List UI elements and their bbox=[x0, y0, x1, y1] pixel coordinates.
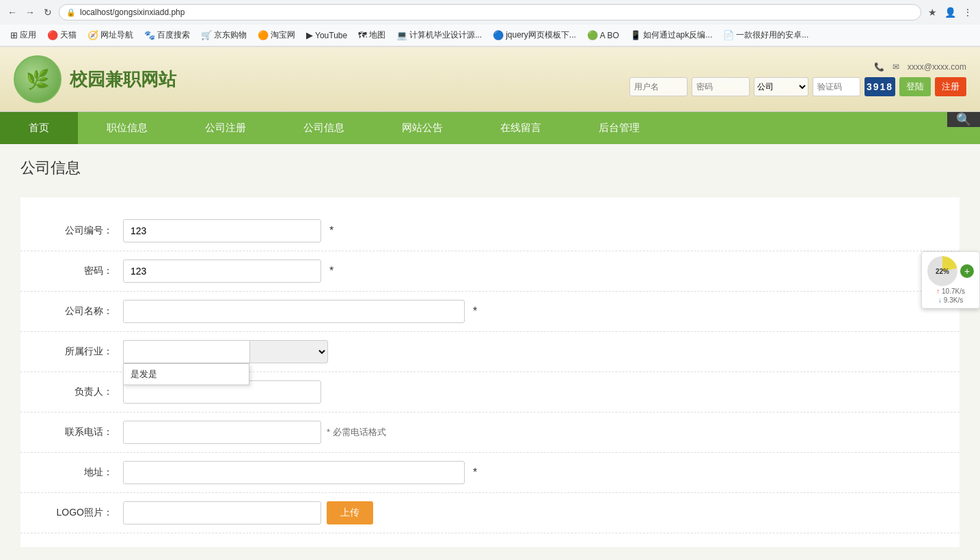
contact-info: 📞 ✉ xxxx@xxxx.com bbox=[874, 62, 966, 72]
company-name-row: 公司名称： * bbox=[21, 292, 959, 332]
bookmark-android[interactable]: 📄 一款很好用的安卓... bbox=[718, 27, 813, 43]
industry-select[interactable] bbox=[249, 340, 328, 363]
logo-label: LOGO照片： bbox=[41, 501, 123, 519]
bookmark-map[interactable]: 🗺 地图 bbox=[353, 27, 390, 43]
graduation-icon: 💻 bbox=[396, 30, 407, 40]
login-button[interactable]: 登陆 bbox=[899, 77, 931, 96]
speed-widget-inner: 22% + ↑ 10.7K/s ↓ 9.3K/s bbox=[921, 251, 980, 309]
upload-button[interactable]: 上传 bbox=[327, 501, 373, 524]
password-field[interactable] bbox=[123, 260, 321, 283]
nav-admin[interactable]: 后台管理 bbox=[570, 112, 668, 144]
company-id-wrap: * bbox=[123, 219, 939, 242]
speed-circle: 22% bbox=[927, 256, 957, 286]
nav-message[interactable]: 在线留言 bbox=[472, 112, 570, 144]
lock-icon: 🔒 bbox=[66, 8, 76, 17]
phone-wrap: * 必需电话格式 bbox=[123, 421, 939, 444]
bookmark-youtube[interactable]: ▶ YouTube bbox=[301, 28, 352, 42]
page-wrapper: 校园兼职网站 📞 ✉ xxxx@xxxx.com 公司 3918 登陆 注册 bbox=[0, 47, 980, 560]
password-row: 密码： * bbox=[21, 251, 959, 292]
phone-icon: 📞 bbox=[874, 62, 884, 72]
address-label: 地址： bbox=[41, 461, 123, 479]
autocomplete-item[interactable]: 是发是 bbox=[124, 364, 249, 384]
upload-arrow: ↑ bbox=[936, 288, 940, 295]
speed-percent: 22% bbox=[936, 268, 949, 275]
role-select[interactable]: 公司 bbox=[754, 77, 808, 96]
speed-plus-button[interactable]: + bbox=[960, 264, 974, 278]
nav-announcement[interactable]: 网站公告 bbox=[373, 112, 472, 144]
site-header: 校园兼职网站 📞 ✉ xxxx@xxxx.com 公司 3918 登陆 注册 bbox=[0, 47, 980, 112]
company-name-required: * bbox=[473, 305, 477, 318]
abo-icon: 🟢 bbox=[587, 30, 598, 40]
password-wrap: * bbox=[123, 260, 939, 283]
industry-text-input[interactable] bbox=[123, 340, 249, 363]
industry-wrap: 是发是 bbox=[123, 340, 939, 363]
android-icon: 📄 bbox=[723, 30, 734, 40]
bookmark-tianmao[interactable]: 🔴 天猫 bbox=[42, 27, 81, 43]
captcha-input[interactable] bbox=[813, 77, 860, 96]
address-required: * bbox=[473, 466, 477, 479]
company-name-input[interactable] bbox=[123, 300, 465, 323]
contact-label: 负责人： bbox=[41, 380, 123, 398]
upload-speed: 10.7K/s bbox=[942, 288, 965, 295]
header-right: 📞 ✉ xxxx@xxxx.com 公司 3918 登陆 注册 bbox=[629, 62, 966, 96]
speed-upload-row: ↑ 10.7K/s bbox=[936, 288, 965, 295]
nav-company-info[interactable]: 公司信息 bbox=[275, 112, 373, 144]
reload-button[interactable]: ↻ bbox=[41, 5, 55, 19]
content-area: 公司信息 公司编号： * 密码： * 公司名称： bbox=[0, 144, 980, 560]
nav-home[interactable]: 首页 bbox=[0, 112, 78, 144]
company-form: 公司编号： * 密码： * 公司名称： * bbox=[21, 197, 959, 547]
speed-download-row: ↓ 9.3K/s bbox=[938, 296, 963, 304]
bookmark-abo[interactable]: 🟢 A BO bbox=[582, 28, 624, 42]
bookmark-star[interactable]: ★ bbox=[925, 5, 939, 19]
address-text: localhost/gongsixinxiadd.php bbox=[80, 8, 185, 17]
logo-wrap: 上传 bbox=[123, 501, 939, 524]
jd-icon: 🛒 bbox=[201, 30, 212, 40]
bookmark-apps[interactable]: ⊞ 应用 bbox=[5, 27, 41, 43]
download-speed: 9.3K/s bbox=[944, 296, 963, 304]
address-bar[interactable]: 🔒 localhost/gongsixinxiadd.php bbox=[59, 4, 921, 20]
industry-autocomplete: 是发是 bbox=[123, 363, 249, 385]
bookmark-graduation[interactable]: 💻 计算机毕业设计源... bbox=[392, 27, 487, 43]
password-input[interactable] bbox=[692, 77, 750, 96]
nav-spacer bbox=[668, 112, 947, 144]
menu-button[interactable]: ⋮ bbox=[961, 5, 975, 19]
captcha-display: 3918 bbox=[865, 77, 895, 96]
bookmark-navigation[interactable]: 🧭 网址导航 bbox=[83, 27, 138, 43]
company-id-required: * bbox=[329, 225, 334, 237]
phone-input[interactable] bbox=[123, 421, 321, 444]
address-input[interactable] bbox=[123, 461, 465, 484]
contact-email: xxxx@xxxx.com bbox=[908, 62, 966, 72]
email-icon: ✉ bbox=[893, 62, 899, 72]
register-button[interactable]: 注册 bbox=[935, 77, 966, 96]
main-nav: 首页 职位信息 公司注册 公司信息 网站公告 在线留言 后台管理 🔍 bbox=[0, 112, 980, 144]
bookmarks-bar: ⊞ 应用 🔴 天猫 🧭 网址导航 🐾 百度搜索 🛒 京东购物 🟠 淘宝网 ▶ Y… bbox=[0, 25, 980, 46]
forward-button[interactable]: → bbox=[23, 5, 37, 19]
baidu-icon: 🐾 bbox=[144, 30, 155, 40]
phone-hint: * 必需电话格式 bbox=[327, 426, 386, 438]
bookmark-jquery[interactable]: 🔵 jquery网页模板下... bbox=[488, 27, 581, 43]
site-logo bbox=[14, 55, 62, 103]
industry-row: 所属行业： 是发是 bbox=[21, 332, 959, 372]
bookmark-apk[interactable]: 📱 如何通过apk反编... bbox=[625, 27, 717, 43]
login-area: 公司 3918 登陆 注册 bbox=[629, 77, 966, 96]
username-input[interactable] bbox=[629, 77, 688, 96]
logo-row: LOGO照片： 上传 bbox=[21, 493, 959, 533]
youtube-icon: ▶ bbox=[306, 30, 313, 40]
company-id-row: 公司编号： * bbox=[21, 211, 959, 251]
back-button[interactable]: ← bbox=[5, 5, 19, 19]
logo-input[interactable] bbox=[123, 501, 321, 524]
profile-button[interactable]: 👤 bbox=[943, 5, 957, 19]
apk-icon: 📱 bbox=[630, 30, 641, 40]
company-id-input[interactable] bbox=[123, 219, 321, 242]
bookmark-taobao[interactable]: 🟠 淘宝网 bbox=[253, 27, 300, 43]
map-icon: 🗺 bbox=[358, 30, 367, 40]
jquery-icon: 🔵 bbox=[493, 30, 504, 40]
site-title: 校园兼职网站 bbox=[70, 68, 176, 92]
nav-jobs[interactable]: 职位信息 bbox=[78, 112, 176, 144]
bookmark-baidu[interactable]: 🐾 百度搜索 bbox=[139, 27, 195, 43]
nav-search-button[interactable]: 🔍 bbox=[947, 112, 980, 127]
password-label: 密码： bbox=[41, 260, 123, 277]
company-name-label: 公司名称： bbox=[41, 300, 123, 318]
bookmark-jd[interactable]: 🛒 京东购物 bbox=[196, 27, 251, 43]
nav-company-register[interactable]: 公司注册 bbox=[176, 112, 275, 144]
